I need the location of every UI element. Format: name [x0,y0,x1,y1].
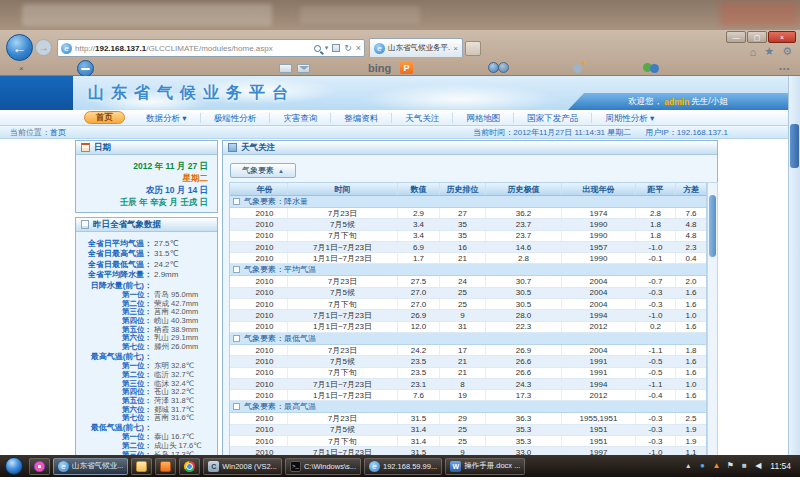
chevron-down-icon[interactable]: ▾ [325,44,329,52]
table-cell: 0.4 [676,253,706,263]
breadcrumb-current[interactable]: 首页 [50,128,66,137]
group-checkbox[interactable] [233,403,240,410]
table-row[interactable]: 20107月1日~7月23日23.1824.31994-1.11.0 [230,379,706,390]
toolbar-overflow-icon[interactable]: ••• [779,64,790,73]
column-header[interactable]: 方差 [676,183,706,195]
bing-app-icon[interactable]: P [400,61,413,74]
page-scrollbar[interactable] [788,76,800,500]
refresh-icon[interactable]: ↻ [344,43,352,53]
forward-button[interactable]: → [35,39,52,56]
table-row[interactable]: 20107月下旬3.43523.719901.84.8 [230,231,706,242]
browser-tab[interactable]: e 山东省气候业务平... × [369,38,463,57]
address-bar[interactable]: e http://192.168.137.1/GLCCLIMATE/module… [57,39,365,57]
table-scrollbar-thumb[interactable] [709,195,716,257]
taskbar-button[interactable]: 山东省气候业... [53,458,128,475]
group-header-row[interactable]: 气象要素：最低气温 [230,333,706,345]
taskbar-button[interactable]: 操作手册.docx ... [445,458,525,475]
nav-item[interactable]: 国家下发产品 [514,113,592,123]
column-header[interactable]: 年份 [242,183,288,195]
nav-item[interactable]: 周期性分析 ▾ [592,113,667,123]
nav-item[interactable]: 网格地图 [453,113,514,123]
welcome-prefix: 欢迎您， [628,96,662,108]
search-icon[interactable] [314,45,321,52]
table-cell: 27.0 [398,299,440,309]
table-row[interactable]: 20107月23日24.21726.92004-1.11.8 [230,345,706,356]
toolbar-close-icon[interactable]: × [19,64,24,73]
element-filter-button[interactable]: 气象要素 ▲ [230,163,296,178]
taskbar-clock[interactable]: 11:54 [770,461,791,471]
home-icon[interactable]: ⌂ [750,46,757,58]
table-row[interactable]: 20107月1日~7月23日26.9928.01994-1.01.0 [230,310,706,321]
url-text[interactable]: http://192.168.137.1/GLCCLIMATE/modules/… [75,44,311,53]
table-row[interactable]: 20107月下旬31.42535.31951-0.31.9 [230,436,706,447]
tray-icon[interactable]: ■ [739,462,749,470]
new-tab-button[interactable] [465,41,481,56]
table-row[interactable]: 20107月23日2.92736.219742.87.6 [230,208,706,219]
group-header-row[interactable]: 气象要素：最高气温 [230,401,706,413]
person-star-toolbar-icon[interactable] [573,61,587,74]
table-row[interactable]: 20107月5候23.52126.61991-0.51.6 [230,356,706,367]
table-row[interactable]: 20107月5候27.02530.52004-0.31.6 [230,288,706,299]
close-button[interactable]: × [768,31,796,43]
table-row[interactable]: 20107月1日~7月23日6.91614.61957-1.02.3 [230,242,706,253]
start-button[interactable] [5,457,23,475]
table-row[interactable]: 20107月23日31.52936.31955,1951-0.32.5 [230,413,706,424]
table-row[interactable]: 20101月1日~7月23日1.7212.81990-0.10.4 [230,253,706,264]
nav-item[interactable]: 首页 [84,111,125,124]
taskbar-button[interactable]: 192.168.59.99... [364,458,442,475]
table-row[interactable]: 20107月5候3.43523.719901.84.8 [230,219,706,230]
taskbar-button[interactable] [155,458,176,475]
tray-icon[interactable]: ● [697,462,707,470]
column-header[interactable]: 数值 [398,183,440,195]
table-row[interactable]: 20101月1日~7月23日7.61917.32012-0.41.6 [230,390,706,401]
taskbar-button[interactable]: C:\Windows\s... [285,458,361,475]
minimize-button[interactable]: — [726,31,746,43]
people-toolbar-icon[interactable] [643,62,660,73]
table-row[interactable]: 20107月5候31.42535.31951-0.31.9 [230,425,706,436]
maximize-button[interactable]: ▢ [747,31,767,43]
table-row[interactable]: 20107月下旬27.02530.52004-0.31.6 [230,299,706,310]
group-header-row[interactable]: 气象要素：平均气温 [230,264,706,276]
table-scrollbar[interactable] [707,182,718,500]
table-row[interactable]: 20107月23日27.52430.72004-0.72.0 [230,276,706,287]
nav-item[interactable]: 灾害查询 [270,113,331,123]
page-scrollbar-thumb[interactable] [790,124,799,168]
weather-watch-panel: 天气关注 气象要素 ▲ 年份时间数值历史排位历史极值出现年份距平方差 [222,140,718,500]
column-header[interactable]: 距平 [636,183,676,195]
tab-close-icon[interactable]: × [453,44,458,53]
nav-item[interactable]: 天气关注 [392,113,453,123]
group-checkbox[interactable] [233,266,240,273]
tray-icon[interactable]: ◀ [753,462,763,470]
taskbar-button[interactable]: Win2008 (VS2... [203,458,282,475]
card-toolbar-icon[interactable] [279,64,292,73]
group-header-row[interactable]: 气象要素：降水量 [230,196,706,208]
camera-toolbar-icon[interactable] [488,62,510,73]
addon-blocked-icon[interactable] [77,60,94,77]
column-header[interactable]: 历史排位 [440,183,486,195]
tray-icon[interactable]: ▲ [711,462,721,470]
taskbar-button[interactable] [131,458,152,475]
column-header[interactable]: 出现年份 [562,183,636,195]
group-checkbox[interactable] [233,198,240,205]
table-row[interactable]: 20101月1日~7月23日12.03122.320120.21.6 [230,322,706,333]
taskbar-button[interactable] [179,458,200,475]
mail-toolbar-icon[interactable] [297,64,310,73]
settings-gear-icon[interactable]: ⚙ [782,45,792,58]
table-cell: 0.2 [636,322,676,332]
nav-item[interactable]: 整编资料 [331,113,392,123]
nav-item[interactable]: 极端性分析 [201,113,271,123]
back-button[interactable]: ← [6,34,33,61]
favorites-star-icon[interactable]: ★ [764,45,774,58]
stop-icon[interactable]: × [356,43,361,53]
compatibility-view-icon[interactable] [332,44,340,52]
stat-value: 24.2℃ [154,260,179,269]
group-checkbox[interactable] [233,335,240,342]
tray-icon[interactable]: ▴ [683,462,693,470]
column-header[interactable]: 时间 [288,183,398,195]
nav-item[interactable]: 数据分析 ▾ [133,113,201,123]
tray-icon[interactable]: ⚑ [725,462,735,470]
taskbar-button[interactable] [29,458,50,475]
bing-logo[interactable]: bing [368,62,391,74]
table-row[interactable]: 20107月下旬23.52126.61991-0.51.6 [230,368,706,379]
column-header[interactable]: 历史极值 [486,183,562,195]
